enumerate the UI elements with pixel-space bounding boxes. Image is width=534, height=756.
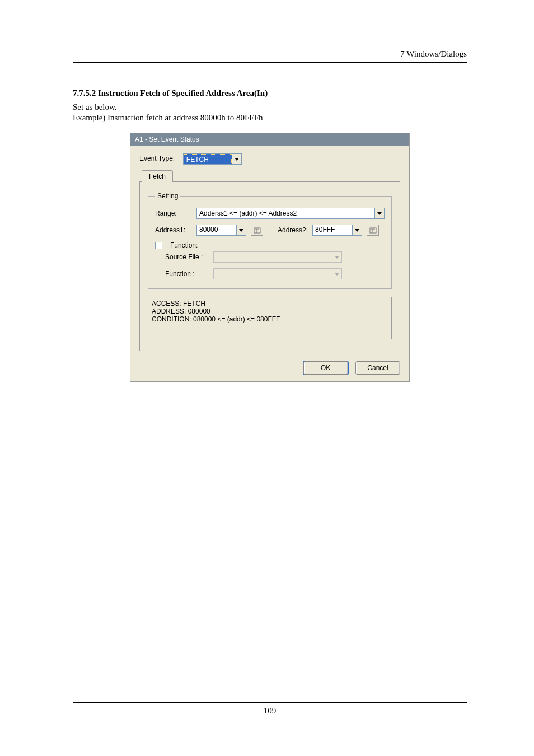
ok-button[interactable]: OK xyxy=(303,361,348,375)
function-label: Function : xyxy=(165,270,209,278)
source-file-combo xyxy=(213,251,342,263)
event-type-value: FETCH xyxy=(184,154,232,164)
chevron-down-icon[interactable] xyxy=(232,154,241,164)
chevron-down-icon xyxy=(332,269,341,279)
chevron-down-icon[interactable] xyxy=(236,225,246,235)
range-label: Range: xyxy=(155,209,192,217)
address2-input[interactable] xyxy=(313,225,352,234)
setting-group: Setting Range: Adderss1 <= (addr) <= Add… xyxy=(148,192,392,289)
section-heading: 7.7.5.2 Instruction Fetch of Specified A… xyxy=(73,88,467,98)
address1-label: Address1: xyxy=(155,226,192,234)
tab-fetch[interactable]: Fetch xyxy=(142,170,173,182)
event-type-label: Event Type: xyxy=(139,155,175,162)
chevron-down-icon[interactable] xyxy=(374,208,384,218)
address1-input[interactable] xyxy=(197,225,236,234)
chevron-down-icon xyxy=(332,252,341,262)
function-combo xyxy=(213,268,342,279)
status-line-1: ACCESS: FETCH xyxy=(152,300,205,307)
status-box: ACCESS: FETCH ADDRESS: 080000 CONDITION:… xyxy=(148,297,392,339)
dialog-titlebar: A1 - Set Event Status xyxy=(130,133,409,146)
address1-browse-icon[interactable] xyxy=(251,225,263,236)
function-checkbox-label: Function: xyxy=(170,241,198,249)
address1-combo[interactable] xyxy=(196,225,246,236)
body-line-1: Set as below. xyxy=(73,102,467,112)
address2-combo[interactable] xyxy=(312,225,362,236)
set-event-status-dialog: A1 - Set Event Status Event Type: FETCH … xyxy=(130,133,410,382)
body-line-2: Example) Instruction fetch at address 80… xyxy=(73,113,467,123)
event-type-combo[interactable]: FETCH xyxy=(183,153,242,165)
status-line-3: CONDITION: 080000 <= (addr) <= 080FFF xyxy=(152,315,280,323)
address2-label: Address2: xyxy=(278,226,308,234)
setting-legend: Setting xyxy=(155,192,180,200)
address2-browse-icon[interactable] xyxy=(367,225,379,236)
chevron-down-icon[interactable] xyxy=(352,225,362,235)
fetch-tab-panel: Setting Range: Adderss1 <= (addr) <= Add… xyxy=(139,181,400,351)
source-file-label: Source File : xyxy=(165,253,209,261)
header-text: 7 Windows/Dialogs xyxy=(73,49,467,62)
header-rule xyxy=(73,62,467,63)
range-combo[interactable]: Adderss1 <= (addr) <= Address2 xyxy=(196,208,385,219)
cancel-button[interactable]: Cancel xyxy=(355,361,400,375)
function-checkbox[interactable] xyxy=(155,242,162,249)
status-line-2: ADDRESS: 080000 xyxy=(152,307,210,315)
range-value: Adderss1 <= (addr) <= Address2 xyxy=(197,208,374,218)
page-number: 109 xyxy=(73,702,467,716)
